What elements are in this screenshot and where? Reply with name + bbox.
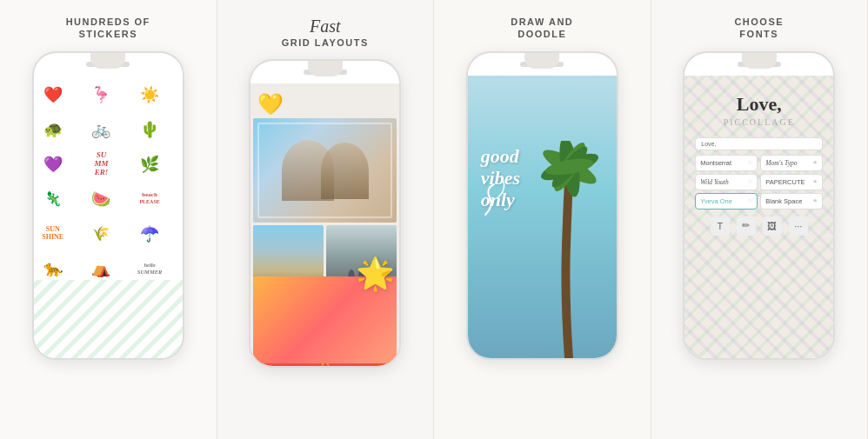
font-option-moms-typo[interactable]: Mom's Typo ★ (760, 155, 823, 171)
font-option-wild-youth[interactable]: Wild Youth ☆ (695, 174, 758, 190)
font-option-papercute[interactable]: PAPERCUTE ★ (760, 174, 823, 190)
image-tool-icon[interactable]: 🖼 (763, 216, 782, 236)
sun-sticker: 🌟 (356, 256, 395, 292)
phone-notch-3 (524, 53, 559, 69)
sticker-plant: 🌾 (85, 218, 117, 249)
fonts-main-content: Love, PICCOLLAGE Love, Montserrat ☆ Mom'… (684, 76, 833, 243)
sticker-bike: 🚲 (85, 114, 117, 145)
sticker-sunshine: SUNSHINE (37, 218, 69, 249)
stripe-green (34, 280, 183, 358)
sticker-summer-text: SUMMER! (85, 149, 117, 180)
font-star-1: ☆ (747, 159, 752, 166)
sticker-leaf: 🌿 (134, 149, 165, 180)
panel-stickers-title: HUNDREDS OF STICKERS (66, 16, 150, 41)
font-star-3: ☆ (747, 178, 752, 185)
sticker-lizard: 🦎 (37, 183, 69, 215)
phone-fonts: Love, PICCOLLAGE Love, Montserrat ☆ Mom'… (683, 51, 835, 360)
pen-tool-icon[interactable]: ✏ (737, 216, 756, 236)
phone-grid: 💛 (249, 59, 401, 368)
fonts-love-text: Love, (737, 93, 782, 116)
phone-draw: goodvibesonly (466, 51, 618, 360)
font-input[interactable]: Love, (695, 137, 823, 150)
panel-draw-title: DRAW AND DOODLE (511, 16, 573, 41)
sticker-heart: ❤️ (37, 79, 69, 110)
font-toolbar: T ✏ 🖼 ··· (711, 216, 808, 236)
draw-background: goodvibesonly (468, 76, 617, 358)
phone-draw-content: goodvibesonly (468, 76, 617, 358)
font-options-grid: Montserrat ☆ Mom's Typo ★ Wild Youth ☆ (695, 155, 823, 210)
sticker-turtle: 🐢 (37, 114, 69, 145)
font-option-yveva[interactable]: Yveva One ☆ (695, 193, 758, 210)
panel-fonts-title: CHOOSE FONTS (734, 16, 784, 41)
phone-fonts-content: Love, PICCOLLAGE Love, Montserrat ☆ Mom'… (684, 76, 833, 358)
font-option-montserrat[interactable]: Montserrat ☆ (695, 155, 758, 171)
phone-grid-content: 💛 (250, 83, 399, 366)
sticker-hearts: 💜 (37, 149, 69, 180)
font-star-6: ★ (812, 197, 818, 204)
fonts-brand-text: PICCOLLAGE (724, 117, 795, 127)
panel-grid: Fast GRID LAYOUTS 💛 (217, 0, 435, 439)
phone-notch (90, 53, 125, 69)
more-tool-icon[interactable]: ··· (789, 216, 808, 236)
heart-gold-sticker: 💛 (257, 92, 284, 116)
phone-stickers-content: ❤️ 🦩 ☀️ 🐢 🚲 🌵 💜 SUMMER! 🌿 🦎 🍉 (34, 76, 183, 358)
sticker-watermelon: 🍉 (85, 183, 117, 215)
phone-notch-2 (308, 61, 343, 76)
sticker-grid: ❤️ 🦩 ☀️ 🐢 🚲 🌵 💜 SUMMER! 🌿 🦎 🍉 (34, 76, 183, 288)
font-star-2: ★ (812, 159, 818, 166)
panel-grid-title: Fast GRID LAYOUTS (282, 16, 369, 49)
sticker-umbrella: ☂️ (134, 218, 165, 249)
font-option-blank-space[interactable]: Blank Space ★ (760, 193, 823, 210)
panel-stickers: HUNDREDS OF STICKERS ❤️ 🦩 ☀️ 🐢 🚲 🌵 💜 (0, 0, 217, 439)
panel-fonts: CHOOSE FONTS Love, PICCOLLAGE Love, Mo (651, 0, 869, 439)
phone-notch-4 (742, 53, 777, 69)
sticker-hello-summer: helloSUMMER (134, 253, 165, 284)
font-star-4: ★ (812, 178, 818, 185)
panel-draw: DRAW AND DOODLE goodvibesonly (434, 0, 651, 439)
sticker-leopard: 🐆 (37, 253, 69, 284)
phone-stickers: ❤️ 🦩 ☀️ 🐢 🚲 🌵 💜 SUMMER! 🌿 🦎 🍉 (32, 51, 184, 360)
grid-photo-girls (253, 118, 397, 223)
sticker-flamingo: 🦩 (85, 79, 117, 110)
sticker-cactus: 🌵 (134, 114, 165, 145)
sticker-sun: ☀️ (134, 79, 165, 110)
sticker-tent: ⛺ (85, 253, 117, 284)
font-star-5: ☆ (747, 197, 752, 204)
stickers-background: ❤️ 🦩 ☀️ 🐢 🚲 🌵 💜 SUMMER! 🌿 🦎 🍉 (34, 76, 183, 358)
text-tool-icon[interactable]: T (711, 216, 730, 236)
sticker-beach: beachPLEASE (134, 183, 165, 215)
doodle-lines (468, 76, 617, 358)
fonts-background: Love, PICCOLLAGE Love, Montserrat ☆ Mom'… (684, 76, 833, 358)
